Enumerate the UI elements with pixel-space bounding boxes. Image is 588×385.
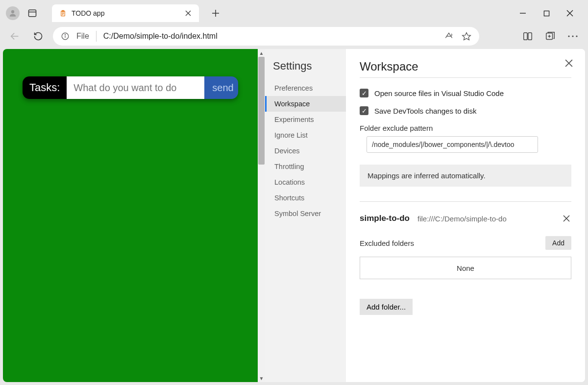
folder-exclude-label: Folder exclude pattern <box>360 124 571 132</box>
settings-nav-preferences[interactable]: Preferences <box>265 80 346 96</box>
scroll-thumb[interactable] <box>258 57 265 165</box>
window-controls <box>517 3 584 24</box>
task-input[interactable] <box>67 76 204 99</box>
add-excluded-button[interactable]: Add <box>545 236 571 250</box>
close-window-button[interactable] <box>564 8 575 19</box>
svg-rect-13 <box>544 11 549 16</box>
checkbox-icon: ✓ <box>360 89 368 97</box>
settings-nav-throttling[interactable]: Throttling <box>265 159 346 174</box>
excluded-folders-empty: None <box>360 257 571 279</box>
devtools-panel: Settings PreferencesWorkspaceExperiments… <box>265 49 585 382</box>
settings-nav-symbol-server[interactable]: Symbol Server <box>265 206 346 221</box>
svg-point-19 <box>65 34 65 35</box>
divider <box>360 201 571 202</box>
svg-rect-1 <box>29 10 36 16</box>
profile-icon[interactable] <box>6 6 20 20</box>
collections-icon[interactable] <box>544 30 557 43</box>
split-screen-icon[interactable] <box>521 30 534 43</box>
tab-close-button[interactable] <box>183 8 193 18</box>
workspace-folder-row: simple-to-do file:///C:/Demo/simple-to-d… <box>360 214 571 223</box>
tab-actions-icon[interactable] <box>24 5 40 21</box>
tab-strip: TODO app <box>0 0 588 24</box>
panel-title: Workspace <box>360 60 571 78</box>
svg-point-27 <box>568 35 569 37</box>
settings-nav-locations[interactable]: Locations <box>265 174 346 190</box>
address-bar[interactable]: File C:/Demo/simple-to-do/index.html <box>53 27 479 46</box>
svg-rect-22 <box>524 33 527 40</box>
page-viewport: Tasks: send ▲ ▼ <box>3 49 265 382</box>
folder-exclude-input[interactable] <box>367 136 538 153</box>
add-folder-button[interactable]: Add folder... <box>360 299 413 315</box>
toolbar: File C:/Demo/simple-to-do/index.html <box>0 24 588 49</box>
send-button[interactable]: send <box>204 76 238 99</box>
svg-point-28 <box>572 35 573 37</box>
svg-point-0 <box>11 10 14 13</box>
checkbox-save-devtools[interactable]: ✓ Save DevTools changes to disk <box>360 106 571 115</box>
scroll-down-icon[interactable]: ▼ <box>258 374 265 382</box>
settings-sidebar: Settings PreferencesWorkspaceExperiments… <box>265 49 346 382</box>
checkbox-label: Open source files in Visual Studio Code <box>374 89 504 97</box>
settings-nav-devices[interactable]: Devices <box>265 143 346 159</box>
settings-nav-experiments[interactable]: Experiments <box>265 112 346 127</box>
back-button[interactable] <box>6 27 24 45</box>
settings-nav-shortcuts[interactable]: Shortcuts <box>265 190 346 206</box>
tasks-label: Tasks: <box>23 76 67 99</box>
scrollbar[interactable]: ▲ ▼ <box>258 49 265 382</box>
svg-marker-21 <box>463 33 471 40</box>
remove-folder-button[interactable] <box>562 214 571 223</box>
excluded-folders-label: Excluded folders <box>360 239 414 247</box>
address-path: C:/Demo/simple-to-do/index.html <box>103 32 218 41</box>
divider <box>96 31 97 42</box>
folder-name: simple-to-do <box>360 214 410 223</box>
checkbox-label: Save DevTools changes to disk <box>374 107 476 115</box>
new-tab-button[interactable] <box>208 5 223 21</box>
settings-title: Settings <box>265 60 346 80</box>
todo-form: Tasks: send <box>23 76 238 99</box>
folder-path: file:///C:/Demo/simple-to-do <box>417 215 507 223</box>
refresh-button[interactable] <box>29 27 47 45</box>
browser-tab[interactable]: TODO app <box>52 4 199 22</box>
scroll-up-icon[interactable]: ▲ <box>258 49 265 57</box>
info-message: Mappings are inferred automatically. <box>360 165 571 187</box>
maximize-button[interactable] <box>541 8 552 19</box>
tab-title: TODO app <box>72 9 104 17</box>
clipboard-icon <box>59 9 67 17</box>
settings-nav-ignore-list[interactable]: Ignore List <box>265 127 346 143</box>
site-info-icon[interactable] <box>61 32 70 41</box>
settings-nav-workspace[interactable]: Workspace <box>265 96 346 112</box>
svg-rect-23 <box>528 33 532 40</box>
checkbox-open-vscode[interactable]: ✓ Open source files in Visual Studio Cod… <box>360 89 571 97</box>
svg-point-29 <box>576 35 577 37</box>
close-settings-button[interactable] <box>564 58 574 69</box>
svg-rect-4 <box>62 10 64 12</box>
checkbox-icon: ✓ <box>360 106 368 115</box>
minimize-button[interactable] <box>517 8 528 19</box>
read-aloud-icon[interactable] <box>444 31 454 41</box>
settings-main: Workspace ✓ Open source files in Visual … <box>346 49 585 382</box>
address-protocol: File <box>76 32 89 41</box>
favorite-icon[interactable] <box>462 31 471 41</box>
more-icon[interactable] <box>566 30 579 43</box>
